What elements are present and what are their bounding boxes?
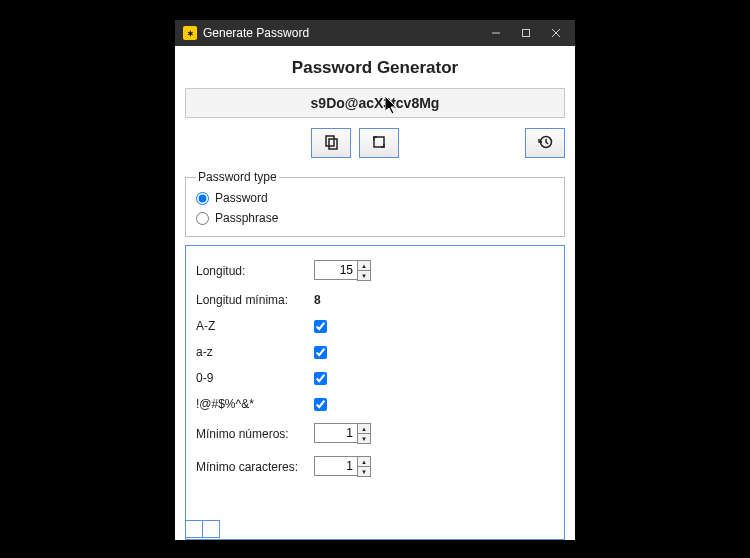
min-special-stepper[interactable]: ▲ ▼ [314,456,371,477]
length-label: Longitud: [196,264,314,278]
toolbar [185,128,565,158]
password-type-group: Password type Password Passphrase [185,170,565,237]
uppercase-label: A-Z [196,319,314,333]
length-row: Longitud: ▲ ▼ [196,254,554,287]
min-length-value: 8 [314,293,321,307]
svg-rect-5 [329,139,337,149]
symbols-row: !@#$%^&* [196,391,554,417]
min-numbers-row: Mínimo números: ▲ ▼ [196,417,554,450]
digits-checkbox[interactable] [314,372,327,385]
min-length-label: Longitud mínima: [196,293,314,307]
digits-row: 0-9 [196,365,554,391]
min-special-down[interactable]: ▼ [358,467,370,476]
password-radio-label: Password [215,191,268,205]
options-panel: Longitud: ▲ ▼ Longitud mínima: 8 A-Z [185,245,565,540]
lowercase-checkbox[interactable] [314,346,327,359]
min-special-label: Mínimo caracteres: [196,460,314,474]
titlebar[interactable]: ∗ Generate Password [175,20,575,46]
history-button[interactable] [525,128,565,158]
min-special-input[interactable] [314,456,357,476]
length-down[interactable]: ▼ [358,271,370,280]
min-numbers-label: Mínimo números: [196,427,314,441]
copy-button[interactable] [311,128,351,158]
password-radio[interactable] [196,192,209,205]
symbols-label: !@#$%^&* [196,397,314,411]
uppercase-row: A-Z [196,313,554,339]
min-special-up[interactable]: ▲ [358,457,370,467]
regenerate-button[interactable] [359,128,399,158]
svg-rect-1 [523,30,530,37]
svg-rect-4 [326,136,334,146]
svg-rect-6 [374,137,384,147]
generated-password-output[interactable]: s9Do@acX3tcv8Mg [185,88,565,118]
symbols-checkbox[interactable] [314,398,327,411]
min-numbers-up[interactable]: ▲ [358,424,370,434]
regenerate-icon [371,134,387,153]
close-button[interactable] [541,20,571,46]
passphrase-radio[interactable] [196,212,209,225]
length-up[interactable]: ▲ [358,261,370,271]
uppercase-checkbox[interactable] [314,320,327,333]
generate-password-window: ∗ Generate Password Password Generator s… [175,20,575,540]
length-input[interactable] [314,260,357,280]
window-title: Generate Password [203,26,481,40]
min-numbers-down[interactable]: ▼ [358,434,370,443]
password-type-legend: Password type [196,170,279,184]
length-stepper[interactable]: ▲ ▼ [314,260,371,281]
copy-icon [323,134,339,153]
digits-label: 0-9 [196,371,314,385]
min-numbers-input[interactable] [314,423,357,443]
app-icon: ∗ [183,26,197,40]
bottom-button-1[interactable] [185,520,203,538]
min-numbers-stepper[interactable]: ▲ ▼ [314,423,371,444]
minimize-button[interactable] [481,20,511,46]
password-type-password[interactable]: Password [196,188,554,208]
lowercase-row: a-z [196,339,554,365]
page-title: Password Generator [185,58,565,78]
passphrase-radio-label: Passphrase [215,211,278,225]
bottom-controls [185,520,220,538]
min-length-row: Longitud mínima: 8 [196,287,554,313]
password-type-passphrase[interactable]: Passphrase [196,208,554,228]
bottom-button-2[interactable] [202,520,220,538]
lowercase-label: a-z [196,345,314,359]
history-icon [537,134,553,153]
maximize-button[interactable] [511,20,541,46]
min-special-row: Mínimo caracteres: ▲ ▼ [196,450,554,483]
